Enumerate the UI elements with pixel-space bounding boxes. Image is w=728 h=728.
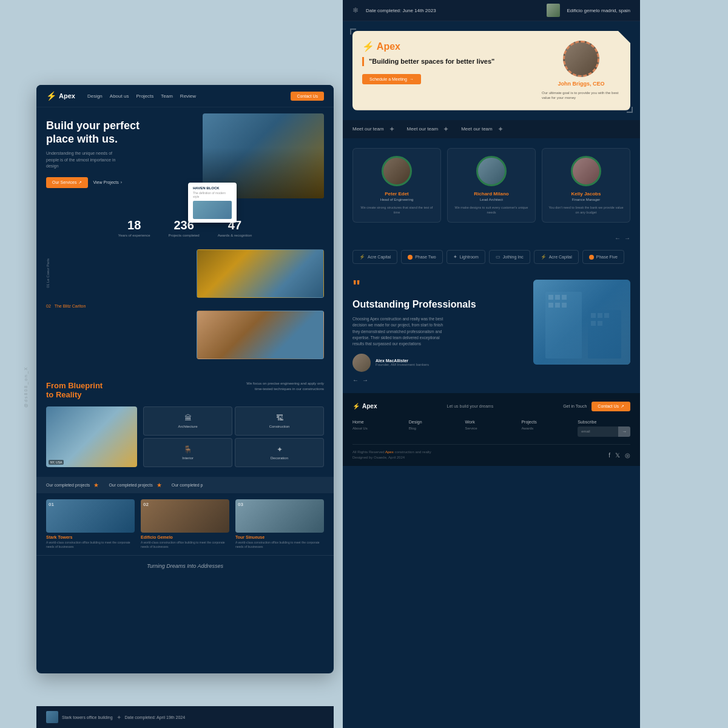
footer-contact-button[interactable]: Contact Us ↗ [592,402,630,411]
blueprint-content: 🏛 Architecture 🏗 Construction 🪑 Interior… [46,406,324,467]
facebook-icon[interactable]: f [608,452,610,459]
team-nav: ← → [343,232,640,244]
footer-bottom: All Rights Reserved Apex construction an… [352,445,630,466]
nav-projects[interactable]: Projects [136,93,153,99]
footer-tagline: Let us build your dreams [447,404,493,408]
ticker-item-3: Our completed p [172,483,203,487]
quote-right: John Briggs, CEO Our ultimate goal is to… [542,41,621,101]
hero-title: Build your perfect place with us. [46,120,143,146]
footer-col-home: Home About Us [352,420,405,437]
team-card-richard: Richard Milano Lead Architect We make de… [447,148,536,223]
projects-button[interactable]: View Projects › [93,180,122,184]
svg-rect-0 [545,292,582,359]
svg-rect-7 [562,303,567,308]
ticker-item-1: Our completed projects ★ [46,482,99,488]
completed-item-1: 01 Stark Towers A world-class constructi… [46,499,135,549]
next-arrow[interactable]: → [624,235,630,241]
logo-acre-capital: ⚡ Acre Capital [352,250,397,264]
t-next-arrow[interactable]: → [362,377,368,383]
completed-section: 01 Stark Towers A world-class constructi… [36,493,334,555]
email-submit[interactable]: → [618,426,630,437]
ticker-item-2: Our completed projects ★ [109,482,161,488]
hero-images: HAVEN BLOCK The definition of modern sty… [188,113,334,211]
team-ticker-item-3: Meet our team ✦ [461,125,504,133]
twitter-icon[interactable]: 𝕏 [615,452,620,459]
quote-card: ⚡ Apex "Building better spaces for bette… [352,31,630,110]
project-image-2 [197,311,324,359]
blueprint-desc: We focus on precise engineering and appl… [245,381,324,392]
snowflake-icon: ❄ [352,6,359,15]
prev-arrow[interactable]: ← [615,235,621,241]
left-logo: ⚡ Apex [46,91,75,101]
footer: ⚡ Apex Let us build your dreams Get in T… [343,393,640,466]
completed-item-3: 03 Tour Sinueuse A world-class construct… [235,499,324,549]
footer-col-subscribe: Subscribe email → [578,420,630,437]
footer-cta: Get in Touch Contact Us ↗ [563,402,630,411]
left-nav: ⚡ Apex Design About us Projects Team Rev… [36,85,334,107]
team-card-kelly: Kelly Jacobs Finance Manager You don't n… [542,148,630,223]
nav-review[interactable]: Review [180,93,196,99]
phase-two-icon [408,255,413,260]
service-architecture: 🏛 Architecture [143,406,232,436]
bg-label: @ds808_on_X [24,366,28,408]
completed-img-3: 03 [235,499,324,533]
testimonial-section: " Outstanding Professionals Choosing Ape… [343,270,640,393]
ticker-star-2: ★ [157,482,162,488]
project-image-1 [197,249,324,298]
architecture-icon: 🏛 [184,414,192,422]
services-grid: 🏛 Architecture 🏗 Construction 🪑 Interior… [143,406,324,467]
footer-links: Home About Us Design Blog Work Service P… [352,420,630,445]
nav-design[interactable]: Design [87,93,103,99]
team-card-peter: Peter Edet Head of Engineering We create… [352,148,441,223]
svg-rect-4 [562,295,567,300]
svg-rect-8 [591,313,596,318]
logo-phase-two: Phase Two [401,250,443,264]
stats-section: 18 Years of experience 236 Projects comp… [36,206,334,243]
nav-about[interactable]: About us [110,93,129,99]
nav-team[interactable]: Team [161,93,173,99]
footer-logo: ⚡ Apex [352,403,377,410]
t-prev-arrow[interactable]: ← [352,377,359,383]
email-input[interactable]: email → [578,426,630,437]
testimonial-nav: ← → [352,377,524,383]
project-label-1: 01 Le Coeur Paris [46,258,50,288]
richard-avatar [476,156,507,186]
service-interior: 🪑 Interior [143,438,232,467]
svg-rect-11 [591,321,596,326]
logo-icon: ⚡ [46,91,56,101]
partner-logos: ⚡ Acre Capital Phase Two ✦ Lightroom ▭ J… [343,244,640,270]
construction-icon: 🏗 [276,414,283,422]
testimonial-image [533,280,630,365]
project-label-2: 02 The Blitz Carlton [46,304,324,308]
completed-img-1: 01 [46,499,135,533]
svg-rect-2 [548,295,553,300]
instagram-icon[interactable]: ◎ [625,452,630,459]
logo-phase-five: Phase Five [582,250,624,264]
team-star-1: ✦ [389,125,395,133]
hero-description: Understanding the unique needs of people… [46,150,119,170]
services-button[interactable]: Our Services ↗ [46,177,88,188]
bottom-ticker-star: ✦ [116,714,121,721]
right-ticker-top: ❄ Date completed: June 14th 2023 Edifici… [343,0,640,21]
blueprint-title: From Blueprint to Reality [46,381,103,399]
footer-col-work: Work Service [465,420,518,437]
quote-logo: ⚡ Apex [362,41,532,52]
service-decoration: ✦ Decoration [235,438,324,467]
acre2-icon: ⚡ [541,254,547,260]
quote-mark: " [352,280,524,293]
schedule-button[interactable]: Schedule a Meeting → [362,74,421,84]
completed-item-2: 02 Edificio Gemelo A world-class constru… [141,499,229,549]
svg-rect-5 [548,303,553,308]
left-nav-links: Design About us Projects Team Review [87,93,291,99]
lightroom-icon: ✦ [453,254,457,260]
bottom-ticker: Stark towers office building ✦ Date comp… [36,706,334,728]
project-item-2: 02 The Blitz Carlton [46,304,324,359]
left-contact-button[interactable]: Contact Us [291,92,324,101]
team-ticker-item-1: Meet our team ✦ [352,125,395,133]
logo-lightroom: ✦ Lightroom [447,250,485,264]
email-field[interactable]: email [578,427,618,436]
testimonial-text: Choosing Apex construction and realty wa… [352,316,450,348]
left-hero: Build your perfect place with us. Unders… [36,107,334,194]
ticker-top-image [547,4,560,17]
footer-top: ⚡ Apex Let us build your dreams Get in T… [352,402,630,411]
